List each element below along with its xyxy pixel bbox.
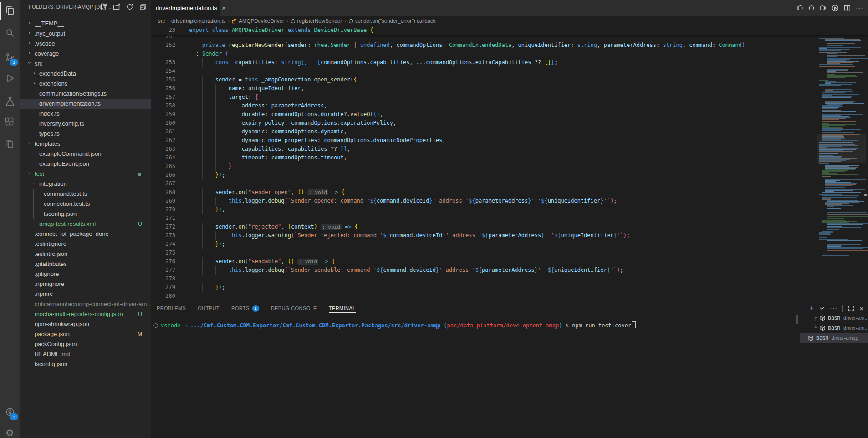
tree-item-types-ts[interactable]: types.ts [20, 129, 151, 139]
breadcrumb-item[interactable]: AMQPDeviceDriver [232, 18, 284, 24]
tree-item--nyc-output[interactable]: ›.nyc_output [20, 29, 151, 39]
terminal-command-decoration-icon[interactable] [153, 323, 158, 328]
terminal-tab-2[interactable]: └bashdriver-am... [800, 323, 868, 333]
panel-tab-debug-console[interactable]: DEBUG CONSOLE [271, 301, 317, 315]
code-line-256[interactable]: 256 name: uniqueIdentifier, [151, 84, 812, 93]
code-line-268[interactable]: 268 sender.on("sender_open", () : void =… [151, 188, 812, 197]
tree-item-integration[interactable]: ›integration [20, 179, 151, 189]
terminal-scrollbar-thumb[interactable] [796, 315, 798, 324]
tree-item--vscode[interactable]: ›.vscode [20, 39, 151, 49]
tree-item-exampleevent-json[interactable]: exampleEvent.json [20, 159, 151, 169]
code-line-264[interactable]: 264 timeout: commandOptions.timeout, [151, 153, 812, 162]
code-line-279[interactable]: 279 }); [151, 283, 812, 292]
activitybar-item-explorer[interactable] [0, 2, 20, 20]
tree-item-test[interactable]: ›test [20, 169, 151, 179]
activitybar-item-testing[interactable] [0, 92, 20, 111]
terminal-tab-1[interactable]: ┌bashdriver-am... [800, 313, 868, 323]
breadcrumb-item[interactable]: driverImplementation.ts [171, 18, 226, 24]
terminal-tab-3[interactable]: bashdriver-amqp [800, 333, 868, 343]
tree-item-criticalmanufacturing-connect-iot-driver-am-[interactable]: criticalmanufacturing-connect-iot-driver… [20, 299, 151, 309]
tree-item-index-ts[interactable]: index.ts [20, 109, 151, 119]
tree-item--temp-[interactable]: ›__TEMP__ [20, 19, 151, 29]
split-editor-button[interactable] [844, 5, 851, 11]
tree-item-coverage[interactable]: ›coverage [20, 49, 151, 59]
code-line-wrap[interactable]: : Sender { [151, 50, 812, 58]
activitybar-item-extensions[interactable] [0, 113, 20, 132]
panel-tab-terminal[interactable]: TERMINAL [329, 301, 356, 315]
tree-item-extensions[interactable]: ›extensions [20, 79, 151, 89]
terminal-profile-dropdown-button[interactable] [819, 306, 825, 311]
new-folder-button[interactable] [112, 2, 121, 11]
code-line-260[interactable]: 260 expiry_policy: commandOptions.expira… [151, 119, 812, 127]
close-tab-icon[interactable]: × [222, 5, 225, 11]
tree-item-templates[interactable]: ›templates [20, 139, 151, 149]
new-terminal-button[interactable]: + [809, 305, 814, 312]
tree-item-amqp-test-results-xml[interactable]: amqp-test-results.xmlU [20, 219, 151, 229]
breadcrumb-item[interactable]: sender.on("sender_error") callback [348, 18, 436, 24]
tree-item--connect-iot-package-done[interactable]: .connect_iot_package_done [20, 229, 151, 239]
tree-item--eslintignore[interactable]: .eslintignore [20, 239, 151, 249]
code-line-280[interactable]: 280 [151, 292, 812, 300]
tree-item-packconfig-json[interactable]: packConfig.json [20, 339, 151, 349]
tree-item-communicationsettings-ts[interactable]: communicationSettings.ts [20, 89, 151, 99]
breadcrumb-item[interactable]: registerNewSender [291, 18, 342, 24]
code-line-261[interactable]: 261 dynamic: commandOptions.dynamic, [151, 127, 812, 136]
activitybar-item-run-and-debug[interactable] [0, 69, 20, 87]
code-line-266[interactable]: 266 }); [151, 171, 812, 179]
code-line-253[interactable]: 253 const capabilities: string[] = [comm… [151, 58, 812, 67]
code-line-257[interactable]: 257 target: { [151, 93, 812, 102]
minimap-slider[interactable] [817, 134, 866, 163]
activitybar-item-custom-view[interactable] [0, 135, 20, 153]
code-line-258[interactable]: 258 address: parameterAddress, [151, 102, 812, 110]
code-line-276[interactable]: 276 sender.on("sendable", () : void => { [151, 257, 812, 266]
code-line-265[interactable]: 265 } [151, 162, 812, 171]
sticky-scroll-line[interactable]: 23export class AMQPDeviceDriver extends … [151, 26, 868, 35]
tree-item-connection-test-ts[interactable]: connection.test.ts [20, 199, 151, 209]
minimap[interactable] [817, 26, 866, 301]
new-file-button[interactable] [99, 2, 108, 11]
tree-item-tsconfig-json[interactable]: tsconfig.json [20, 209, 151, 219]
tree-item-npm-shrinkwrap-json[interactable]: npm-shrinkwrap.json [20, 319, 151, 329]
code-line-272[interactable]: 272 sender.on("rejected", (context) : vo… [151, 223, 812, 231]
tree-item-examplecommand-json[interactable]: exampleCommand.json [20, 149, 151, 159]
panel-tab-problems[interactable]: PROBLEMS [157, 301, 186, 315]
collapse-folders-button[interactable] [138, 2, 148, 11]
code-line-278[interactable]: 278 [151, 275, 812, 283]
code-line-273[interactable]: 273 this.logger.warning(`Sender rejected… [151, 231, 812, 240]
code-line-274[interactable]: 274 }); [151, 240, 812, 249]
code-line-259[interactable]: 259 durable: commandOptions.durable?.val… [151, 110, 812, 119]
tree-item-command-test-ts[interactable]: command.test.ts [20, 189, 151, 199]
tab-driverimplementation[interactable]: driverImplementation.ts × [151, 0, 220, 16]
navigate-back-button[interactable] [796, 5, 803, 11]
activitybar-item-settings[interactable]: ⚙ [0, 423, 20, 438]
tree-item-inversify-config-ts[interactable]: inversify.config.ts [20, 119, 151, 129]
code-editor[interactable]: 251252 private registerNewSender(sender:… [151, 26, 868, 301]
panel-tab-ports[interactable]: PORTS1 [231, 301, 259, 315]
more-actions-button[interactable]: ··· [856, 5, 863, 12]
tree-item-package-json[interactable]: package.jsonM [20, 329, 151, 339]
tree-item-readme-md[interactable]: README.md [20, 349, 151, 359]
tree-item-src[interactable]: ›src [20, 59, 151, 69]
code-line-254[interactable]: 254 [151, 67, 812, 76]
tree-item--gitignore[interactable]: .gitignore [20, 269, 151, 279]
code-line-271[interactable]: 271 [151, 214, 812, 223]
navigate-forward-button[interactable] [820, 5, 827, 11]
run-or-debug-button[interactable] [832, 5, 839, 12]
code-line-275[interactable]: 275 [151, 249, 812, 257]
tree-item-extendeddata[interactable]: ›extendedData [20, 69, 151, 79]
tree-item-driverimplementation-ts[interactable]: driverImplementation.ts [20, 99, 151, 109]
code-line-270[interactable]: 270 }); [151, 205, 812, 214]
code-line-252[interactable]: 252 private registerNewSender(sender: rh… [151, 41, 812, 50]
code-line-255[interactable]: 255 sender = this._amqpConnection.open_s… [151, 76, 812, 84]
activitybar-item-search[interactable] [0, 24, 20, 42]
terminal-prompt[interactable]: vscode → .../Cmf.Custom.CDM.Exporter/Cmf… [161, 321, 636, 330]
tree-item--gitattributes[interactable]: .gitattributes [20, 259, 151, 269]
marker-button[interactable] [808, 5, 815, 11]
code-line-263[interactable]: 263 capabilities: capabilities ?? [], [151, 145, 812, 153]
tree-item--npmignore[interactable]: .npmignore [20, 279, 151, 289]
code-line-269[interactable]: 269 this.logger.debug(`Sender opened: co… [151, 197, 812, 205]
tree-item-mocha-multi-reporters-config-json[interactable]: mocha-multi-reporters-config.jsonU [20, 309, 151, 319]
code-line-262[interactable]: 262 dynamic_node_properties: commandOpti… [151, 136, 812, 145]
code-line-277[interactable]: 277 this.logger.debug(`Sender sendable: … [151, 266, 812, 275]
panel-more-actions-button[interactable]: ··· [830, 305, 837, 312]
